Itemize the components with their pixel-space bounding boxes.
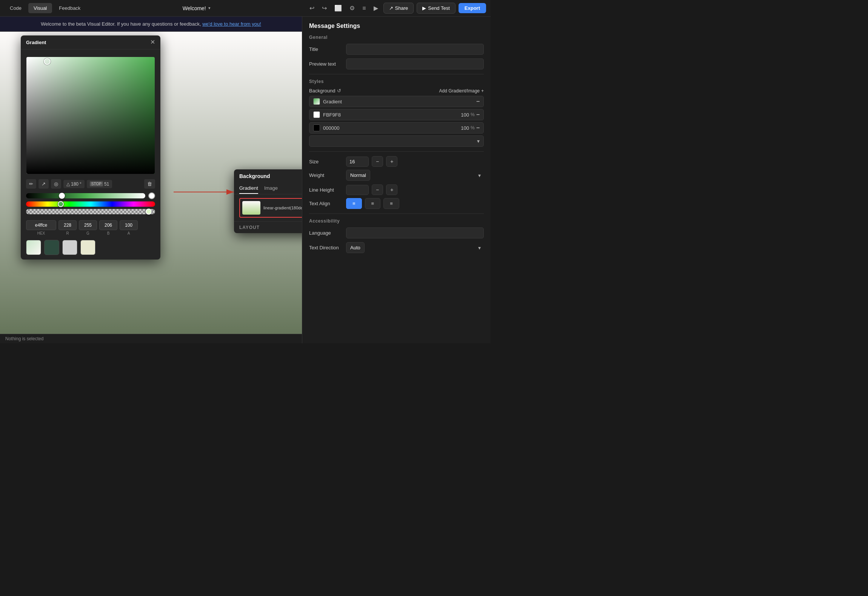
gradient-dialog: Gradient ✕ ✏ ↗ ◎ △ 18 — [21, 35, 160, 260]
alpha-slider[interactable] — [26, 209, 155, 214]
divider-1 — [309, 74, 484, 74]
hex-input[interactable] — [26, 220, 56, 230]
preview-text-label: Preview text — [309, 61, 343, 67]
main-layout: Welcome to the beta Visual Editor. If yo… — [0, 17, 491, 343]
dropdown-icon[interactable]: ▾ — [208, 6, 211, 11]
weight-select-wrapper: Normal Bold Light — [346, 170, 484, 181]
bg-color-swatch-1 — [313, 111, 320, 118]
bg-percent-input-2[interactable] — [458, 125, 469, 131]
tab-feedback[interactable]: Feedback — [54, 3, 86, 13]
swatch-light[interactable] — [62, 240, 77, 255]
align-center-button[interactable]: ≡ — [365, 198, 381, 209]
play-button[interactable]: ▶ — [371, 3, 380, 13]
size-row: Size − + — [309, 156, 484, 167]
gradient-linear-tool[interactable]: ↗ — [38, 179, 49, 189]
tab-image[interactable]: Image — [264, 183, 278, 194]
bg-extra-dropdown[interactable]: ▾ — [309, 135, 484, 147]
lightness-slider-row — [26, 192, 155, 199]
b-input[interactable] — [99, 220, 117, 230]
color-picker-cursor[interactable] — [44, 58, 51, 65]
angle-icon: △ — [66, 181, 70, 187]
devices-button[interactable]: ⬜ — [332, 3, 344, 13]
gradient-dialog-close[interactable]: ✕ — [150, 39, 155, 45]
bg-percent-row-2: % − — [458, 125, 480, 131]
stop-box: STOP 51 — [87, 180, 112, 188]
language-input[interactable] — [346, 227, 484, 238]
send-test-button[interactable]: ▶ Send Test — [417, 3, 456, 14]
color-picker-area[interactable] — [21, 49, 160, 174]
r-input[interactable] — [58, 220, 77, 230]
swatches-row — [21, 238, 160, 260]
a-input[interactable] — [120, 220, 138, 230]
remove-gradient-button[interactable]: − — [476, 98, 480, 104]
bg-color-chip-2: 000000 % − — [309, 122, 484, 134]
text-direction-select[interactable]: Auto LTR RTL — [346, 242, 365, 253]
tab-code[interactable]: Code — [5, 3, 27, 13]
sliders-button[interactable]: ≡ — [360, 3, 368, 13]
share-button[interactable]: ↗ Share — [383, 3, 414, 14]
gradient-item[interactable]: linear-gradient(180deg, #fbf9f8 1%, RGB, — [239, 198, 302, 218]
background-row: Background ↺ Add Gradient/Image + Gradie… — [309, 88, 484, 147]
add-gradient-button[interactable]: Add Gradient/Image + — [439, 88, 484, 94]
weight-select[interactable]: Normal Bold Light — [346, 170, 370, 181]
remove-bg-color-1[interactable]: − — [476, 112, 480, 118]
slider-end-dot-white — [148, 192, 155, 199]
canvas-content[interactable]: Gradient ✕ ✏ ↗ ◎ △ 18 — [0, 32, 302, 343]
redo-button[interactable]: ↪ — [320, 3, 329, 13]
swatch-dark[interactable] — [44, 240, 59, 255]
hue-thumb[interactable] — [58, 201, 64, 207]
delete-gradient-stop[interactable]: 🗑 — [144, 179, 155, 189]
alpha-thumb[interactable] — [146, 209, 152, 215]
refresh-icon[interactable]: ↺ — [337, 88, 341, 94]
feedback-link[interactable]: we'd love to hear from you! — [202, 21, 261, 27]
text-direction-select-wrapper: Auto LTR RTL — [346, 242, 484, 253]
gradient-chip-icon — [313, 98, 320, 105]
lightness-slider[interactable] — [26, 193, 145, 198]
b-color-field: B — [99, 220, 117, 235]
line-height-decrease-button[interactable]: − — [372, 184, 383, 195]
slider-container — [21, 191, 160, 218]
lightness-thumb[interactable] — [59, 193, 65, 199]
plus-icon: + — [481, 88, 484, 94]
size-increase-button[interactable]: + — [386, 156, 397, 167]
status-bar: Nothing is selected — [0, 334, 302, 343]
right-panel: Message Settings General Title Preview t… — [302, 17, 491, 343]
remove-bg-color-2[interactable]: − — [476, 125, 480, 131]
beta-banner: Welcome to the beta Visual Editor. If yo… — [0, 17, 302, 32]
bg-color-chip-1: FBF9F8 % − — [309, 109, 484, 120]
swatch-gradient[interactable] — [26, 240, 41, 255]
title-input[interactable] — [346, 44, 484, 55]
size-decrease-button[interactable]: − — [372, 156, 383, 167]
color-canvas[interactable] — [26, 57, 155, 174]
document-title: Welcome! ▾ — [183, 5, 211, 11]
swatch-cream[interactable] — [80, 240, 95, 255]
tab-gradient[interactable]: Gradient — [239, 183, 258, 194]
bg-percent-input-1[interactable] — [458, 112, 469, 118]
bg-row-header: Background ↺ Add Gradient/Image + — [309, 88, 484, 94]
hue-slider[interactable] — [26, 201, 155, 207]
g-input[interactable] — [79, 220, 97, 230]
gradient-dialog-header: Gradient ✕ — [21, 35, 160, 49]
gradient-radial-tool[interactable]: ◎ — [51, 179, 61, 189]
panel-title: Message Settings — [309, 23, 484, 29]
layout-section[interactable]: LAYOUT ▾ — [234, 221, 302, 233]
settings-gear-button[interactable]: ⚙ — [347, 3, 357, 13]
general-section-label: General — [309, 35, 484, 40]
styles-section-label: Styles — [309, 79, 484, 84]
line-height-input[interactable] — [346, 185, 369, 195]
gradient-chip: Gradient − — [309, 96, 484, 107]
size-input[interactable] — [346, 157, 369, 167]
text-direction-label: Text Direction — [309, 245, 343, 250]
tab-visual[interactable]: Visual — [28, 3, 52, 13]
text-align-row: Text Align ≡ ≡ ≡ — [309, 198, 484, 209]
line-height-increase-button[interactable]: + — [386, 184, 397, 195]
align-left-button[interactable]: ≡ — [346, 198, 362, 209]
undo-button[interactable]: ↩ — [307, 3, 317, 13]
align-right-button[interactable]: ≡ — [383, 198, 399, 209]
eyedropper-tool[interactable]: ✏ — [26, 179, 36, 189]
export-button[interactable]: Export — [459, 3, 486, 13]
alpha-slider-row — [26, 209, 155, 214]
divider-2 — [309, 151, 484, 152]
preview-text-input[interactable] — [346, 58, 484, 69]
topbar-actions: ↩ ↪ ⬜ ⚙ ≡ ▶ ↗ Share ▶ Send Test Export — [307, 3, 486, 14]
